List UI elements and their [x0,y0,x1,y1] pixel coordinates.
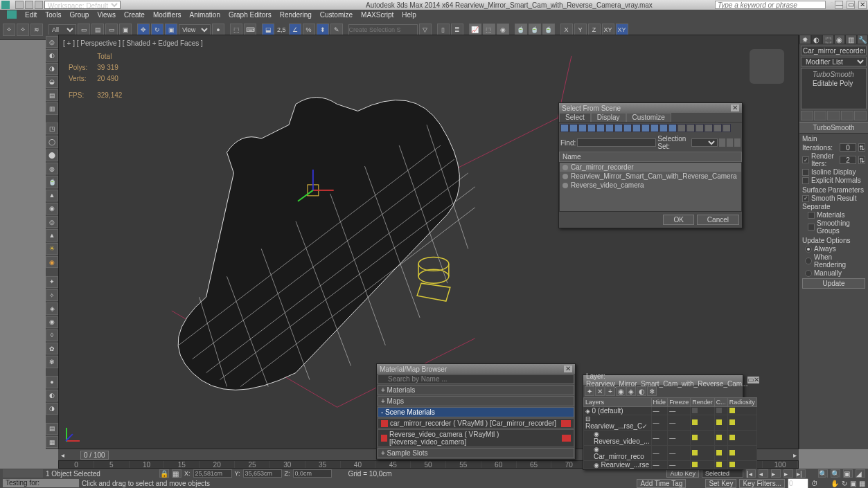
rollout-turbosmooth-header[interactable]: TurboSmooth [799,122,868,134]
prim-pyr-icon[interactable]: ▲ [46,229,58,241]
prim-teapot-icon[interactable]: 🍵 [46,176,58,188]
paint5-icon[interactable]: ✾ [46,356,58,368]
mmb-cat-scene[interactable]: - Scene Materials [378,407,574,417]
manipulate-icon[interactable]: ⬚ [230,24,242,36]
render-iters-check[interactable]: ✓ [802,156,809,163]
prim-sphere-icon[interactable]: ◯ [46,136,58,147]
time-prev-icon[interactable]: ◂ [58,451,67,459]
sfs-item-1[interactable]: Car_mirror_recorder [560,163,741,172]
sfs-list[interactable]: Car_mirror_recorder Rearview_Mirror_Smar… [559,162,742,212]
tab-modify[interactable]: ◐ [811,35,823,44]
align-icon[interactable]: ▯ [437,24,450,36]
paint2-icon[interactable]: ◉ [46,316,58,328]
edit-named-icon[interactable]: ✎ [330,24,343,36]
unique-icon[interactable] [827,111,840,120]
menu-animation[interactable]: Animation [189,11,220,19]
close-button[interactable]: ✕ [858,1,867,9]
bind-icon[interactable]: ≋ [30,24,43,36]
scale-icon[interactable]: ▣ [165,24,177,36]
selected-key[interactable]: Selected [702,469,743,478]
layer-row[interactable]: ◉ Rearview_...rse—— [584,461,757,469]
sfs-name-header[interactable]: Name [559,152,742,162]
prim-torus-icon[interactable]: ◍ [46,163,58,174]
menu-create[interactable]: Create [124,11,145,19]
layer-row[interactable]: ◈ 0 (default)—— [584,407,757,415]
smooth-check[interactable]: ✓ [802,195,809,202]
keyboard-icon[interactable]: ⌨ [244,24,256,36]
render-setup-icon[interactable]: 🍵 [515,24,527,36]
explicit-check[interactable] [802,177,809,184]
paint4-icon[interactable]: ✿ [46,343,58,354]
workspace-select[interactable]: Workspace: Default [44,1,121,9]
percent-snap-icon[interactable]: % [303,24,315,36]
isoline-check[interactable] [802,169,809,176]
window-crossing-icon[interactable]: ▣ [119,24,132,36]
goto-end-icon[interactable]: ▸| [796,469,806,478]
stack-turbosmooth[interactable]: TurboSmooth [803,70,865,79]
keyfilters-button[interactable]: Key Filters... [739,479,785,488]
z-coord-input[interactable] [293,469,332,478]
menu-rendering[interactable]: Rendering [280,11,312,19]
x-coord-input[interactable] [193,469,232,478]
time-next-icon[interactable]: ▸ [790,451,799,459]
tab-utilities[interactable]: 🔧 [857,35,869,44]
menu-help[interactable]: Help [402,11,416,19]
unlink-icon[interactable]: ⟡ [17,24,29,36]
next-frame-icon[interactable]: ▸ [783,469,793,478]
menu-customize[interactable]: Customize [320,11,353,19]
helper1-icon[interactable]: ● [46,376,58,388]
tab-hierarchy-icon[interactable]: ◑ [46,63,58,75]
viewport-label[interactable]: [ + ] [ Perspective ] [ Shaded + Edged F… [63,39,203,47]
sfs-tool1-icon[interactable] [719,138,725,147]
lyr-del-icon[interactable]: ✕ [595,386,605,396]
named-sel-input[interactable] [348,24,418,35]
paint1-icon[interactable]: ◈ [46,302,58,314]
zoom-all-icon[interactable]: 🔍 [831,469,840,478]
zoom-icon[interactable]: 🔍 [818,469,828,478]
mmb-item-1[interactable]: car_mirror_recorder ( VRayMtl ) [Car_mir… [378,418,574,428]
light-sun-icon[interactable]: ☀ [46,243,58,255]
lyr-min-icon[interactable]: ▭ [747,377,754,383]
prim-tube-icon[interactable]: ◎ [46,216,58,228]
sfs-tab-select[interactable]: Select [559,113,591,122]
orbit-icon[interactable]: ↻ [842,480,847,487]
prim-cyl-icon[interactable]: ⬤ [46,150,58,161]
tab-display-icon[interactable]: ▤ [46,89,58,101]
lyr-hide-icon[interactable]: ◐ [637,386,646,396]
ref-coord-select[interactable]: View [179,24,211,35]
whenrender-radio[interactable] [805,257,812,264]
lyr-close-icon[interactable]: ✕ [754,377,759,383]
iter-spin-btns[interactable]: ⇅ [858,143,865,152]
prev-frame-icon[interactable]: ◂ [759,469,768,478]
spinner-snap-icon[interactable]: ⬍ [317,24,329,36]
viewcube[interactable] [750,49,784,84]
lyr-add-icon[interactable]: + [605,386,615,396]
selection-filter[interactable]: All [48,24,76,35]
select-link-icon[interactable]: ⟡ [3,24,15,36]
tab-motion[interactable]: ◉ [834,35,846,44]
prim-cone-icon[interactable]: ▲ [46,190,58,201]
autokey-button[interactable]: Auto Key [666,469,699,478]
lyr-sel-icon[interactable]: ◉ [616,386,626,396]
select-name-icon[interactable]: ▤ [91,24,104,36]
tab-display[interactable]: ▥ [845,35,857,44]
maxscript-listener[interactable]: Testing for: [3,479,79,487]
constraint-x-icon[interactable]: X [560,24,573,36]
constraint-y-icon[interactable]: Y [574,24,587,36]
show-end-icon[interactable] [814,111,826,120]
pin-stack-icon[interactable] [801,111,813,120]
trackbar-filter-icon[interactable] [3,469,43,478]
mmb-cat-maps[interactable]: + Maps [378,396,574,406]
render-prod-icon[interactable]: 🍵 [542,24,555,36]
time-handle[interactable]: 0 / 100 [80,451,109,460]
brush1-icon[interactable]: ✦ [46,276,58,288]
select-rect-icon[interactable]: ▭ [105,24,118,36]
curve-editor-icon[interactable]: 📈 [469,24,481,36]
layer-row[interactable]: ◉ Reverse_video_...—— [584,431,757,446]
material-editor-icon[interactable]: ◉ [497,24,509,36]
mmb-search-input[interactable]: Search by Name ... [378,374,574,384]
sfs-item-3[interactable]: Reverse_video_camera [560,181,741,190]
tab-utilities-icon[interactable]: ▥ [46,102,58,114]
sfs-ok-button[interactable]: OK [663,215,693,225]
abs-rel-icon[interactable]: ▦ [172,469,181,478]
